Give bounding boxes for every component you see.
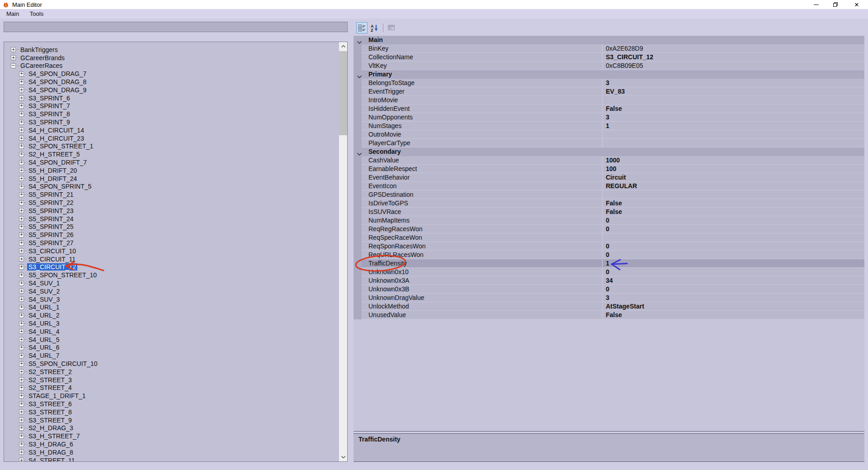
tree-expander-icon[interactable]: + bbox=[19, 95, 24, 100]
tree-expander-icon[interactable]: + bbox=[19, 112, 24, 117]
tree-item[interactable]: + S3_CIRCUIT_12 bbox=[4, 263, 339, 271]
tree-expander-icon[interactable]: + bbox=[19, 168, 24, 173]
tree-item[interactable]: + S5_SPRINT_22 bbox=[4, 199, 339, 207]
property-row[interactable]: CollectionName S3_CIRCUIT_12 bbox=[354, 53, 864, 62]
tree-expander-icon[interactable]: + bbox=[19, 233, 24, 237]
tree-item[interactable]: + S3_SPRINT_7 bbox=[4, 102, 339, 110]
tree-expander-icon[interactable]: + bbox=[19, 144, 24, 149]
scroll-up-button[interactable] bbox=[339, 42, 347, 51]
tree-expander-icon[interactable]: + bbox=[19, 152, 24, 157]
tree-expander-icon[interactable]: + bbox=[19, 369, 24, 374]
tree-expander-icon[interactable]: + bbox=[19, 361, 24, 366]
tree-expander-icon[interactable]: + bbox=[19, 87, 24, 92]
tree-item[interactable]: + S2_STREET_2 bbox=[4, 368, 339, 376]
tree-expander-icon[interactable]: + bbox=[19, 281, 24, 286]
tree-expander-icon[interactable]: + bbox=[19, 216, 24, 221]
property-row[interactable]: ReqURLRacesWon 0 bbox=[354, 251, 864, 259]
tree-item[interactable]: + BankTriggers bbox=[4, 46, 339, 54]
tree-item[interactable]: + S3_STREET_6 bbox=[4, 400, 339, 408]
tree-item[interactable]: + S4_URL_5 bbox=[4, 336, 339, 344]
tree-item[interactable]: + S4_URL_4 bbox=[4, 328, 339, 336]
property-row[interactable]: GPSDestination bbox=[354, 190, 864, 199]
tree-item[interactable]: + GCareerBrands bbox=[4, 54, 339, 62]
tree-expander-icon[interactable]: + bbox=[19, 458, 24, 462]
tree-item[interactable]: + S5_SPON_CIRCUIT_10 bbox=[4, 360, 339, 368]
tree-expander-icon[interactable]: + bbox=[19, 273, 24, 278]
tree-expander-icon[interactable]: + bbox=[19, 321, 24, 326]
property-row[interactable]: Unknown0x10 0 bbox=[354, 268, 864, 276]
property-row[interactable]: CashValue 1000 bbox=[354, 156, 864, 165]
close-button[interactable]: ✕ bbox=[850, 0, 863, 9]
tree-item[interactable]: + S5_SPRINT_21 bbox=[4, 190, 339, 199]
tree-expander-icon[interactable]: + bbox=[19, 434, 24, 439]
tree-expander-icon[interactable]: + bbox=[19, 248, 24, 253]
tree-item[interactable]: + S5_H_DRIFT_24 bbox=[4, 175, 339, 183]
property-row[interactable]: EventTrigger EV_83 bbox=[354, 87, 864, 96]
restore-button[interactable] bbox=[829, 0, 842, 9]
tree-expander-icon[interactable]: + bbox=[19, 208, 24, 213]
tree-item[interactable]: + S3_SPRINT_6 bbox=[4, 94, 339, 102]
tree-expander-icon[interactable]: + bbox=[19, 345, 24, 350]
tree-expander-icon[interactable]: + bbox=[19, 184, 24, 189]
tree-item[interactable]: + S3_H_DRAG_8 bbox=[4, 448, 339, 456]
tree-expander-icon[interactable]: + bbox=[19, 442, 24, 447]
tree-item[interactable]: + S5_SPRINT_26 bbox=[4, 231, 339, 239]
property-row[interactable]: UnusedValue False bbox=[354, 311, 864, 319]
tree-item[interactable]: + S4_URL_1 bbox=[4, 304, 339, 312]
tree-expander-icon[interactable]: + bbox=[19, 418, 24, 423]
tree-expander-icon[interactable]: + bbox=[19, 394, 24, 399]
tree-item[interactable]: + S5_SPRINT_27 bbox=[4, 239, 339, 247]
tree-expander-icon[interactable]: + bbox=[19, 192, 24, 197]
tree-expander-icon[interactable]: + bbox=[11, 47, 16, 52]
tree-expander-icon[interactable]: + bbox=[19, 426, 24, 431]
tree-item[interactable]: + S3_H_STREET_7 bbox=[4, 432, 339, 440]
property-row[interactable]: EarnableRespect 100 bbox=[354, 165, 864, 173]
property-row[interactable]: IntroMovie bbox=[354, 96, 864, 104]
property-row[interactable]: BinKey 0xA2E628D9 bbox=[354, 44, 864, 53]
property-row[interactable]: UnlockMethod AtStageStart bbox=[354, 302, 864, 311]
tree-expander-icon[interactable]: + bbox=[19, 128, 24, 133]
property-row[interactable]: Main bbox=[354, 36, 864, 44]
property-row[interactable]: UnknownDragValue 3 bbox=[354, 294, 864, 302]
menu-tools[interactable]: Tools bbox=[25, 9, 48, 19]
tree-expander-icon[interactable]: + bbox=[19, 337, 24, 342]
scroll-down-button[interactable] bbox=[339, 453, 347, 461]
property-row[interactable]: NumMapItems 0 bbox=[354, 216, 864, 225]
tree-item[interactable]: + S4_SPON_DRIFT_7 bbox=[4, 158, 339, 166]
tree-item[interactable]: + S3_SPRINT_8 bbox=[4, 110, 339, 118]
tree-item[interactable]: + S3_SPRINT_9 bbox=[4, 118, 339, 126]
tree-item[interactable]: + S5_H_DRIFT_20 bbox=[4, 166, 339, 175]
tree-item[interactable]: + S2_STREET_4 bbox=[4, 384, 339, 392]
tree-item[interactable]: + S4_H_CIRCUIT_23 bbox=[4, 134, 339, 142]
tree-item[interactable]: + S5_SPRINT_23 bbox=[4, 207, 339, 215]
tree-item[interactable]: + S3_H_DRAG_6 bbox=[4, 440, 339, 448]
property-row[interactable]: PlayerCarType bbox=[354, 139, 864, 147]
tree-item[interactable]: + S4_SUV_2 bbox=[4, 287, 339, 295]
tree-item[interactable]: + S5_SPRINT_25 bbox=[4, 223, 339, 231]
tree-expander-icon[interactable]: + bbox=[19, 120, 24, 125]
categorized-button[interactable] bbox=[356, 22, 368, 33]
property-row[interactable]: ReqSponRacesWon 0 bbox=[354, 242, 864, 251]
property-row[interactable]: NumStages 1 bbox=[354, 122, 864, 130]
property-row[interactable]: NumOpponents 3 bbox=[354, 113, 864, 122]
tree-item[interactable]: + S2_H_DRAG_3 bbox=[4, 424, 339, 432]
scrollbar-thumb[interactable] bbox=[339, 51, 347, 135]
tree-expander-icon[interactable]: + bbox=[19, 409, 24, 414]
property-row[interactable]: OutroMovie bbox=[354, 130, 864, 139]
property-row[interactable]: VltKey 0xC8B09E05 bbox=[354, 62, 864, 70]
property-row[interactable]: Unknown0x3A 34 bbox=[354, 276, 864, 285]
tree-item[interactable]: + S5_SPRINT_24 bbox=[4, 215, 339, 223]
property-row[interactable]: EventBehavior Circuit bbox=[354, 173, 864, 182]
tree-item[interactable]: + S4_H_CIRCUIT_14 bbox=[4, 126, 339, 134]
tree-expander-icon[interactable]: + bbox=[19, 313, 24, 318]
property-row[interactable]: IsSUVRace False bbox=[354, 208, 864, 216]
tree-expander-icon[interactable]: − bbox=[11, 63, 16, 68]
tree-item[interactable]: + S2_H_STREET_5 bbox=[4, 150, 339, 158]
tree-expander-icon[interactable]: + bbox=[19, 256, 24, 261]
tree-item[interactable]: + S3_CIRCUIT_11 bbox=[4, 255, 339, 263]
tree-expander-icon[interactable]: + bbox=[19, 71, 24, 76]
property-row[interactable]: ReqSpecRaceWon bbox=[354, 233, 864, 242]
tree-item[interactable]: + S4_SUV_1 bbox=[4, 279, 339, 287]
tree-item[interactable]: + S5_SPON_STREET_10 bbox=[4, 271, 339, 279]
tree-item[interactable]: + S3_STREET_8 bbox=[4, 408, 339, 416]
